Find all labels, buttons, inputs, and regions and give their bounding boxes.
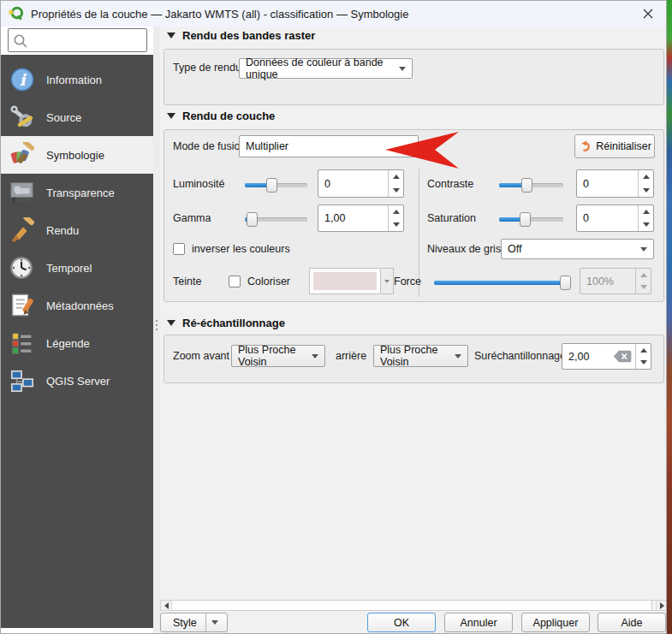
strength-label: Force — [394, 276, 421, 287]
spin-buttons[interactable] — [388, 170, 403, 197]
cancel-button[interactable]: Annuler — [444, 613, 513, 632]
collapse-triangle-icon[interactable] — [167, 33, 175, 39]
contrast-spinbox[interactable]: 0 — [576, 169, 654, 198]
background-strip — [0, 634, 672, 640]
spin-buttons[interactable] — [638, 205, 653, 231]
temporal-icon — [9, 255, 35, 281]
brightness-slider[interactable] — [245, 179, 307, 191]
render-type-combobox[interactable]: Données de couleur à bande unique — [239, 58, 413, 79]
symbology-page: Rendu des bandes raster Type de rendu Do… — [160, 27, 667, 634]
spin-buttons — [635, 269, 651, 293]
search-input[interactable] — [8, 28, 147, 52]
symbology-icon — [9, 142, 35, 168]
spin-buttons[interactable] — [388, 205, 403, 231]
clear-value-icon[interactable] — [613, 350, 632, 363]
ok-button[interactable]: OK — [367, 613, 436, 632]
chevron-down-icon — [455, 354, 461, 359]
sidebar-item-transparence[interactable]: Transparence — [1, 174, 153, 211]
color-dropdown-button[interactable] — [381, 268, 394, 294]
hue-label: Teinte — [173, 276, 201, 287]
sidebar-item-metadonnees[interactable]: Métadonnées — [1, 287, 153, 324]
sidebar-splitter[interactable] — [153, 27, 160, 634]
gamma-label: Gamma — [173, 212, 211, 224]
gamma-spinbox[interactable]: 1,00 — [318, 204, 404, 232]
metadata-icon — [9, 293, 35, 318]
sidebar-search-area — [1, 27, 153, 55]
scroll-right-button[interactable] — [656, 601, 667, 610]
scrollbar-thumb[interactable] — [172, 601, 652, 610]
invert-colors-label: inverser les couleurs — [192, 243, 290, 255]
sidebar-item-symbologie[interactable]: Symbologie — [1, 136, 153, 174]
scroll-left-button[interactable] — [161, 601, 172, 610]
zoom-out-label: arrière — [336, 350, 366, 362]
chevron-down-icon — [211, 620, 218, 625]
resampling-panel: Zoom avant Plus Proche Voisin arrière Pl… — [164, 335, 664, 383]
search-icon — [13, 33, 28, 49]
qgis-logo-icon — [9, 6, 24, 21]
zoom-out-combobox[interactable]: Plus Proche Voisin — [373, 345, 468, 367]
grayscale-combobox[interactable]: Off — [501, 239, 654, 259]
grayscale-label: Niveaux de gris — [427, 243, 501, 255]
style-menu-button[interactable]: Style — [160, 613, 228, 632]
colorize-label: Coloriser — [247, 276, 290, 287]
sidebar-item-legende[interactable]: Légende — [1, 324, 153, 362]
dialog-button-box: Style OK Annuler Appliquer Aide — [160, 611, 667, 634]
sidebar-item-label: Temporel — [46, 262, 92, 275]
arrow-left-icon — [164, 602, 169, 609]
render-type-label: Type de rendu — [173, 62, 241, 74]
spin-buttons[interactable] — [638, 170, 653, 197]
arrow-right-icon — [660, 602, 664, 609]
contrast-slider[interactable] — [499, 179, 563, 191]
transparency-icon — [9, 180, 35, 205]
sidebar-item-information[interactable]: i Information — [1, 61, 153, 98]
legend-icon — [9, 330, 35, 356]
chevron-down-icon — [399, 67, 406, 71]
sidebar-item-qgis-server[interactable]: QGIS Server — [1, 362, 153, 400]
sidebar-item-temporel[interactable]: Temporel — [1, 249, 153, 287]
oversampling-spinbox[interactable]: 2,00 — [562, 343, 651, 370]
saturation-label: Saturation — [427, 212, 476, 224]
invert-colors-checkbox[interactable] — [173, 243, 185, 255]
sidebar-item-label: Métadonnées — [46, 299, 114, 312]
zoom-in-value: Plus Proche Voisin — [238, 344, 312, 368]
apply-button[interactable]: Appliquer — [521, 613, 590, 632]
strength-slider[interactable] — [434, 276, 571, 288]
gamma-slider[interactable] — [245, 213, 307, 225]
annotation-arrow-icon — [385, 130, 459, 170]
sidebar-nav: i Information Source — [1, 55, 153, 628]
brightness-spinbox[interactable]: 0 — [318, 169, 404, 198]
style-dropdown-section[interactable] — [205, 613, 224, 631]
sidebar-item-label: Rendu — [46, 224, 79, 237]
help-button[interactable]: Aide — [598, 613, 666, 632]
saturation-slider[interactable] — [499, 213, 563, 225]
blend-mode-value: Multiplier — [246, 140, 288, 152]
section-title: Rendu des bandes raster — [182, 29, 315, 42]
close-button[interactable] — [630, 1, 666, 27]
close-icon — [643, 9, 653, 19]
collapse-triangle-icon[interactable] — [167, 320, 175, 326]
symbology-scroll-area: Rendu des bandes raster Type de rendu Do… — [160, 27, 667, 600]
saturation-spinbox[interactable]: 0 — [576, 204, 654, 232]
collapse-triangle-icon[interactable] — [167, 113, 175, 119]
reset-label: Réinitialiser — [596, 140, 651, 152]
sidebar-item-label: Légende — [46, 337, 90, 350]
grayscale-value: Off — [508, 243, 521, 255]
splitter-handle-icon — [156, 317, 158, 333]
background-map-sliver — [667, 0, 672, 634]
reset-button[interactable]: Réinitialiser — [574, 134, 655, 158]
zoom-in-combobox[interactable]: Plus Proche Voisin — [231, 345, 325, 367]
sidebar-item-label: Symbologie — [46, 149, 104, 162]
colorize-checkbox[interactable] — [229, 276, 241, 287]
section-band-rendering-header: Rendu des bandes raster — [167, 29, 315, 42]
colorize-color-button[interactable] — [309, 268, 394, 294]
horizontal-scrollbar[interactable] — [160, 600, 667, 611]
sidebar: i Information Source — [1, 27, 153, 634]
qgis-server-icon — [9, 368, 35, 394]
sidebar-item-label: Information — [46, 74, 102, 86]
spin-buttons[interactable] — [635, 344, 651, 369]
sidebar-item-rendu[interactable]: Rendu — [1, 211, 153, 249]
sidebar-item-label: Source — [46, 111, 81, 124]
rendering-icon — [9, 217, 35, 243]
sidebar-item-source[interactable]: Source — [1, 98, 153, 136]
oversampling-label: Suréchantillonnage — [474, 350, 566, 362]
